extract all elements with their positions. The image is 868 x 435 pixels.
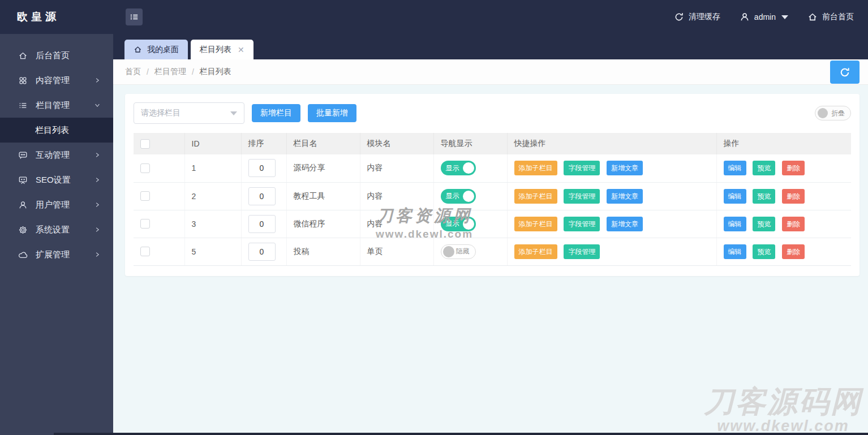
add-subcolumn-button[interactable]: 添加子栏目 — [514, 161, 557, 175]
delete-button[interactable]: 删除 — [782, 189, 805, 204]
sidebar-item-label: 系统设置 — [36, 225, 70, 235]
sidebar-item-label: 栏目管理 — [36, 100, 70, 111]
chevron-right-icon — [94, 176, 101, 183]
select-all-checkbox[interactable] — [140, 139, 150, 149]
collapse-toggle[interactable]: 折叠 — [815, 106, 851, 120]
home-icon — [18, 51, 28, 61]
refresh-page-button[interactable] — [830, 61, 860, 84]
delete-button[interactable]: 删除 — [782, 161, 805, 175]
row-checkbox[interactable] — [140, 163, 150, 173]
sidebar-item-seo[interactable]: SEO设置 — [0, 167, 113, 192]
sidebar-item-interaction[interactable]: 互动管理 — [0, 143, 113, 167]
sort-input[interactable] — [248, 159, 276, 177]
cell-module: 单页 — [360, 238, 433, 265]
breadcrumb-column-manage[interactable]: 栏目管理 — [154, 67, 186, 77]
topbar: 欧皇源 清理缓存 admin 前台首页 — [0, 0, 868, 34]
nav-display-toggle[interactable]: 显示 — [441, 189, 476, 204]
edit-button[interactable]: 编辑 — [724, 189, 746, 204]
home-icon — [134, 45, 142, 54]
sidebar-item-content[interactable]: 内容管理 — [0, 68, 113, 93]
tab-my-desktop[interactable]: 我的桌面 — [124, 40, 188, 59]
tab-label: 我的桌面 — [147, 45, 179, 55]
edit-button[interactable]: 编辑 — [724, 244, 746, 259]
cell-module: 内容 — [360, 210, 433, 238]
toggle-knob — [818, 108, 828, 118]
col-header-module: 模块名 — [360, 133, 433, 154]
col-header-ops: 操作 — [716, 133, 851, 154]
cell-id: 5 — [184, 238, 241, 265]
table-row: 5 投稿 单页 隐藏 添加子栏目 字段管理 编辑 预览 删除 — [134, 238, 851, 265]
toggle-knob — [463, 218, 474, 230]
table-row: 2 教程工具 内容 显示 添加子栏目 字段管理 新增文章 编辑 预览 — [134, 182, 851, 210]
refresh-icon — [674, 12, 684, 22]
sidebar-subitem-column-list[interactable]: 栏目列表 — [0, 118, 113, 143]
nav-display-toggle[interactable]: 显示 — [441, 217, 476, 231]
grid-icon — [18, 76, 28, 85]
chevron-right-icon — [94, 201, 101, 208]
content-area: 请选择栏目 新增栏目 批量新增 折叠 — [113, 85, 868, 435]
sort-input[interactable] — [248, 243, 276, 261]
preview-button[interactable]: 预览 — [753, 217, 775, 231]
clear-cache-button[interactable]: 清理缓存 — [674, 12, 720, 22]
cell-name: 投稿 — [286, 238, 360, 265]
field-manage-button[interactable]: 字段管理 — [564, 161, 600, 175]
sidebar: 后台首页 内容管理 栏目管理 栏目列表 互动管理 SEO设置 用户管理 系统设置… — [0, 34, 113, 435]
nav-display-toggle[interactable]: 显示 — [441, 161, 476, 175]
sidebar-item-label: 内容管理 — [36, 75, 70, 86]
row-checkbox[interactable] — [140, 191, 150, 201]
delete-button[interactable]: 删除 — [782, 217, 805, 231]
sidebar-item-extensions[interactable]: 扩展管理 — [0, 242, 113, 267]
list-icon — [18, 101, 28, 110]
row-checkbox[interactable] — [140, 219, 150, 229]
cloud-icon — [18, 250, 28, 260]
tab-column-list[interactable]: 栏目列表 ✕ — [191, 40, 253, 59]
edit-button[interactable]: 编辑 — [724, 161, 746, 175]
cell-id: 1 — [184, 154, 241, 182]
sidebar-item-settings[interactable]: 系统设置 — [0, 217, 113, 242]
sort-input[interactable] — [248, 187, 276, 205]
tab-label: 栏目列表 — [200, 45, 231, 55]
board-icon — [18, 175, 28, 185]
add-article-button[interactable]: 新增文章 — [607, 189, 643, 204]
preview-button[interactable]: 预览 — [753, 161, 775, 175]
table-row: 3 微信程序 内容 显示 添加子栏目 字段管理 新增文章 编辑 预览 — [134, 210, 851, 238]
batch-add-button[interactable]: 批量新增 — [308, 104, 356, 122]
sidebar-collapse-button[interactable] — [126, 8, 143, 25]
close-icon[interactable]: ✕ — [238, 45, 244, 54]
sidebar-item-users[interactable]: 用户管理 — [0, 192, 113, 217]
preview-button[interactable]: 预览 — [753, 244, 775, 259]
user-menu[interactable]: admin — [740, 12, 788, 22]
sidebar-item-columns[interactable]: 栏目管理 — [0, 93, 113, 118]
edit-button[interactable]: 编辑 — [724, 217, 746, 231]
column-select[interactable]: 请选择栏目 — [134, 102, 244, 124]
add-article-button[interactable]: 新增文章 — [607, 161, 643, 175]
horizontal-scrollbar[interactable] — [54, 433, 868, 435]
add-article-button[interactable]: 新增文章 — [607, 217, 643, 231]
chevron-down-icon — [94, 102, 101, 109]
add-subcolumn-button[interactable]: 添加子栏目 — [514, 217, 557, 231]
column-list-panel: 请选择栏目 新增栏目 批量新增 折叠 — [125, 94, 860, 276]
tab-strip: 我的桌面 栏目列表 ✕ — [113, 34, 868, 59]
breadcrumb-home[interactable]: 首页 — [125, 67, 141, 77]
field-manage-button[interactable]: 字段管理 — [564, 217, 600, 231]
row-checkbox[interactable] — [140, 247, 150, 256]
sort-input[interactable] — [248, 215, 276, 233]
preview-button[interactable]: 预览 — [753, 189, 775, 204]
col-header-name: 栏目名 — [286, 133, 360, 154]
sidebar-item-dashboard[interactable]: 后台首页 — [0, 43, 113, 68]
chevron-right-icon — [94, 152, 101, 158]
add-subcolumn-button[interactable]: 添加子栏目 — [514, 244, 557, 259]
toolbar: 请选择栏目 新增栏目 批量新增 折叠 — [134, 102, 851, 124]
home-icon — [807, 12, 818, 22]
front-home-button[interactable]: 前台首页 — [807, 12, 854, 22]
nav-display-toggle[interactable]: 隐藏 — [441, 244, 476, 259]
sidebar-item-label: 互动管理 — [36, 150, 70, 161]
delete-button[interactable]: 删除 — [782, 244, 805, 259]
add-subcolumn-button[interactable]: 添加子栏目 — [514, 189, 557, 204]
add-column-button[interactable]: 新增栏目 — [252, 104, 300, 122]
sidebar-item-label: SEO设置 — [36, 175, 71, 186]
main-area: 我的桌面 栏目列表 ✕ 首页 / 栏目管理 / 栏目列表 请选择栏目 新增栏目 … — [113, 34, 868, 435]
field-manage-button[interactable]: 字段管理 — [564, 189, 600, 204]
field-manage-button[interactable]: 字段管理 — [564, 244, 600, 259]
cell-name: 教程工具 — [286, 182, 360, 210]
